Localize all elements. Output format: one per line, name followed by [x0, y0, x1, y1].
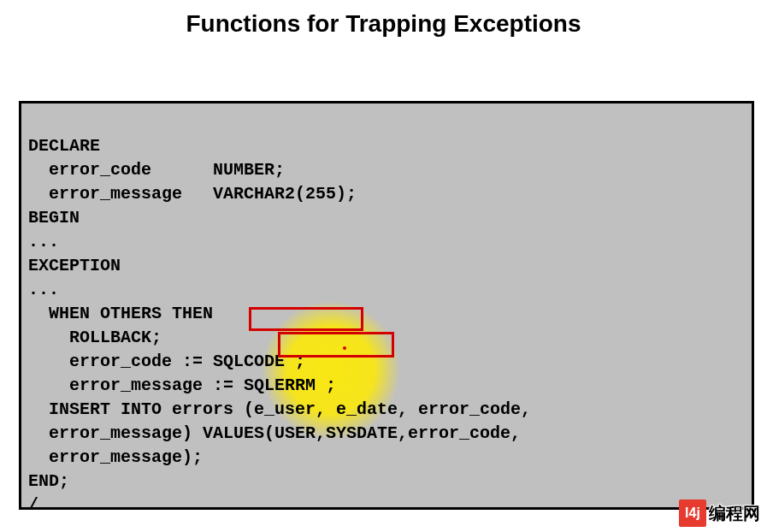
code-line: error_code NUMBER;	[28, 160, 285, 180]
code-line: DECLARE	[28, 136, 100, 156]
code-text: DECLARE error_code NUMBER; error_message…	[28, 110, 745, 517]
code-line: error_message) VALUES(USER,SYSDATE,error…	[28, 423, 521, 443]
code-line: error_message := SQLERRM ;	[28, 375, 336, 395]
logo-icon: l4j	[679, 499, 706, 527]
code-line: ROLLBACK;	[28, 328, 162, 347]
code-line: END;	[28, 471, 69, 491]
code-line: ...	[28, 232, 59, 251]
code-line: BEGIN	[28, 208, 80, 228]
slide-title: Functions for Trapping Exceptions	[0, 10, 767, 38]
code-block: DECLARE error_code NUMBER; error_message…	[19, 101, 754, 510]
logo-text: 编程网	[709, 502, 760, 525]
code-line: error_code := SQLCODE ;	[28, 352, 305, 371]
code-line: error_message);	[28, 447, 203, 467]
code-line: /	[28, 495, 38, 515]
code-line: EXCEPTION	[28, 256, 121, 275]
code-line: error_message VARCHAR2(255);	[28, 184, 357, 204]
code-line: INSERT INTO errors (e_user, e_date, erro…	[28, 399, 531, 419]
watermark-logo: l4j 编程网	[679, 499, 760, 527]
code-line: WHEN OTHERS THEN	[28, 304, 213, 323]
code-line: ...	[28, 280, 59, 299]
